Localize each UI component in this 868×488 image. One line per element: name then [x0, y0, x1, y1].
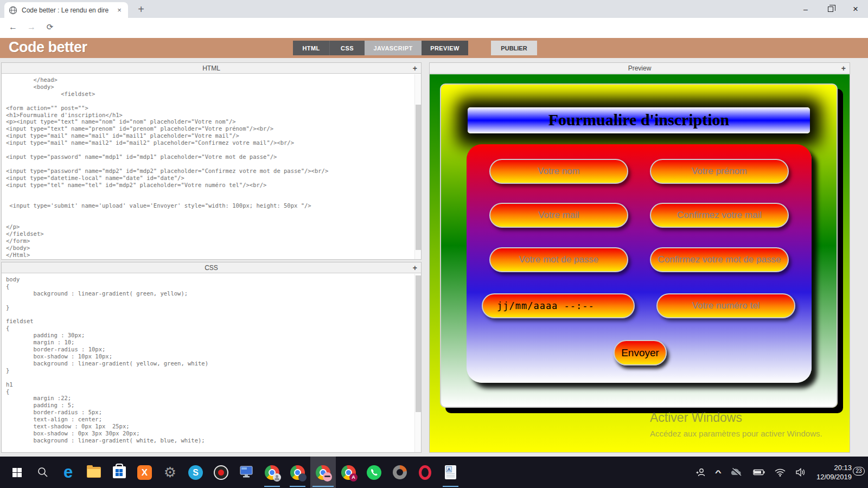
window-controls: – ×	[793, 0, 868, 18]
profile-badge	[298, 473, 307, 481]
taskbar-file-explorer[interactable]	[81, 457, 106, 488]
preview-form-title: Fourmualire d'inscription	[468, 107, 810, 133]
preview-fieldset: Fourmualire d'inscription Votre nom Votr…	[440, 84, 838, 408]
scrollbar-thumb[interactable]	[416, 105, 421, 250]
taskbar-chrome-profile-1[interactable]	[259, 457, 285, 488]
preview-rendered-page: Fourmualire d'inscription Votre nom Votr…	[430, 74, 850, 452]
input-nom[interactable]: Votre nom	[489, 159, 628, 184]
profile-badge	[273, 473, 281, 481]
input-tel[interactable]: Votre numéro tel	[656, 293, 795, 318]
activate-windows-watermark: Activer Windows Accédez aux paramètres p…	[650, 410, 822, 438]
browser-tab-strip: Code better : Le rendu en direct d × + –…	[0, 0, 868, 18]
running-app-indicator	[290, 486, 305, 487]
opera-icon	[419, 465, 431, 480]
clock-date: 12/09/2019	[816, 472, 852, 481]
whatsapp-icon	[367, 465, 381, 480]
taskbar-recorder[interactable]	[208, 457, 234, 488]
document-icon: A	[445, 465, 456, 479]
taskbar-opera[interactable]	[412, 457, 438, 488]
taskbar-store[interactable]	[106, 457, 132, 488]
taskbar-wordpad[interactable]: A	[438, 457, 463, 488]
css-editor-scrollbar[interactable]	[414, 274, 421, 452]
preview-panel-title: Preview	[628, 65, 652, 72]
onedrive-offline-icon[interactable]	[730, 468, 742, 477]
taskbar-clock[interactable]: 20:13 12/09/2019	[816, 463, 852, 481]
input-prenom[interactable]: Votre prénom	[650, 159, 789, 184]
taskbar-settings-app[interactable]: ⚙	[157, 457, 183, 488]
profile-badge	[323, 472, 332, 481]
input-password[interactable]: Votre mot de passe	[489, 247, 628, 272]
app-logo: Code better	[9, 39, 87, 56]
browser-tab[interactable]: Code better : Le rendu en direct d ×	[4, 2, 128, 18]
running-app-indicator	[264, 486, 280, 487]
gear-icon: ⚙	[164, 465, 176, 480]
tab-close-icon[interactable]: ×	[115, 6, 124, 15]
taskbar-chrome-profile-4[interactable]: A	[336, 457, 361, 488]
windows-logo-icon	[12, 468, 22, 477]
globe-favicon	[9, 6, 17, 15]
tab-html[interactable]: HTML	[293, 41, 330, 55]
tab-javascript[interactable]: JAVASCRIPT	[365, 41, 422, 55]
refresh-button[interactable]: ⟳	[43, 22, 56, 32]
input-mail[interactable]: Votre mail	[489, 203, 628, 228]
taskbar-remote-desktop[interactable]	[234, 457, 259, 488]
watermark-title: Activer Windows	[650, 410, 822, 425]
folder-icon	[87, 467, 101, 478]
browser-toolbar: ← → ⟳ Non sécurisé codebetter.lucaswille…	[0, 18, 868, 38]
tray-expand-chevron[interactable]: ^	[715, 468, 722, 477]
taskbar-chrome-profile-3-active[interactable]	[310, 457, 336, 488]
battery-icon[interactable]	[752, 468, 765, 476]
new-tab-button[interactable]: +	[135, 3, 148, 16]
taskbar-whatsapp[interactable]	[361, 457, 387, 488]
chrome-icon	[265, 465, 279, 480]
chrome-icon: A	[341, 465, 356, 480]
scrollbar-thumb[interactable]	[416, 275, 421, 412]
preview-form: Votre nom Votre prénom Votre mail Confir…	[467, 144, 812, 383]
xampp-icon: X	[137, 465, 152, 480]
chrome-icon	[290, 465, 305, 480]
preview-panel: Preview + Fourmualire d'inscription Votr…	[429, 62, 850, 453]
forward-button[interactable]: →	[25, 22, 38, 32]
html-panel-add-button[interactable]: +	[413, 63, 417, 74]
monitor-icon	[240, 466, 254, 479]
restore-icon	[828, 7, 833, 12]
loop-icon	[393, 465, 407, 479]
tab-css[interactable]: CSS	[330, 41, 365, 55]
css-code-editor[interactable]: body { background : linear-gradient( gre…	[2, 274, 414, 452]
running-app-indicator	[443, 486, 458, 487]
edge-icon: e	[63, 465, 73, 480]
input-confirm-mail[interactable]: Confirmez votre mail	[650, 203, 789, 228]
restore-button[interactable]	[818, 0, 843, 18]
html-code-editor[interactable]: </head> <body> <fieldset> <form action="…	[2, 74, 414, 259]
system-tray: ^ 20:13 12/09/2019 23	[691, 457, 868, 488]
input-confirm-password[interactable]: Confirmez votre mot de passe	[650, 247, 789, 272]
close-button[interactable]: ×	[843, 0, 868, 18]
submit-button[interactable]: Envoyer	[614, 340, 667, 365]
taskbar-xampp[interactable]: X	[132, 457, 157, 488]
chrome-icon	[316, 465, 330, 480]
minimize-button[interactable]: –	[793, 0, 818, 18]
preview-panel-add-button[interactable]: +	[841, 63, 846, 74]
css-editor-panel: CSS + body { background : linear-gradien…	[1, 262, 422, 453]
taskbar-search-button[interactable]	[30, 457, 55, 488]
taskbar-edge[interactable]: e	[55, 457, 81, 488]
html-panel-title: HTML	[202, 65, 220, 72]
tab-preview[interactable]: PREVIEW	[422, 41, 468, 55]
css-panel-title: CSS	[205, 264, 218, 272]
search-icon	[37, 466, 49, 478]
windows-taskbar: e X ⚙ S A	[0, 457, 868, 488]
record-icon	[214, 465, 228, 480]
back-button[interactable]: ←	[7, 22, 20, 32]
input-date[interactable]: jj/mm/aaaa --:--	[482, 293, 635, 318]
volume-icon[interactable]	[795, 468, 806, 477]
publish-button[interactable]: PUBLIER	[491, 41, 537, 55]
active-app-indicator	[312, 486, 334, 487]
taskbar-skype[interactable]: S	[183, 457, 208, 488]
css-panel-add-button[interactable]: +	[413, 262, 417, 273]
wifi-icon[interactable]	[775, 468, 786, 477]
start-button[interactable]	[4, 457, 30, 488]
html-editor-scrollbar[interactable]	[414, 74, 421, 259]
taskbar-chrome-profile-2[interactable]	[285, 457, 310, 488]
taskbar-loop-app[interactable]	[387, 457, 412, 488]
people-icon[interactable]	[695, 467, 706, 477]
